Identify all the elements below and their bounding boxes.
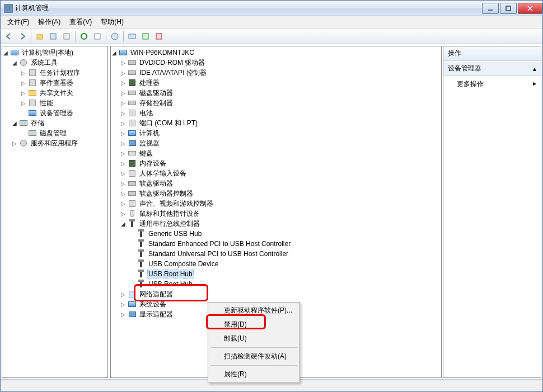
tree-expander[interactable]: ▷ xyxy=(20,100,27,106)
monitor-icon xyxy=(128,310,137,319)
ctx-properties[interactable]: 属性(R) xyxy=(209,367,298,381)
device-item[interactable]: Generic USB Hub xyxy=(111,229,441,239)
tree-expander[interactable]: ▷ xyxy=(120,180,127,187)
tb-enable[interactable] xyxy=(139,30,152,42)
device-item[interactable]: USB Composite Device xyxy=(111,259,441,269)
device-category[interactable]: ▷监视器 xyxy=(111,138,441,148)
ctx-uninstall[interactable]: 卸载(U) xyxy=(209,332,298,346)
tree-expander[interactable]: ▷ xyxy=(120,110,127,116)
tree-expander[interactable]: ◢ xyxy=(11,120,18,126)
tree-expander[interactable]: ▷ xyxy=(120,120,127,126)
tb-export[interactable] xyxy=(91,30,104,42)
tree-item-label: 磁盘管理 xyxy=(39,128,68,139)
tree-expander[interactable]: ▷ xyxy=(120,59,127,66)
device-category[interactable]: ▷IDE ATA/ATAPI 控制器 xyxy=(111,68,441,78)
tree-item-label: 系统工具 xyxy=(30,58,59,68)
tb-refresh[interactable] xyxy=(78,30,90,42)
tree-item-label: DVD/CD-ROM 驱动器 xyxy=(138,58,206,68)
tree-expander[interactable]: ▷ xyxy=(120,79,127,86)
menu-help[interactable]: 帮助(H) xyxy=(96,16,128,28)
tree-expander[interactable]: ▷ xyxy=(120,170,127,177)
maximize-button[interactable] xyxy=(500,3,517,14)
scope-tree-item[interactable]: ◢计算机管理(本地) xyxy=(2,48,107,58)
scope-tree-item[interactable]: ◢存储 xyxy=(2,118,107,128)
device-icon xyxy=(28,108,37,117)
device-category[interactable]: ▷电池 xyxy=(111,108,441,118)
device-category[interactable]: ▷端口 (COM 和 LPT) xyxy=(111,118,441,128)
tb-up[interactable] xyxy=(34,30,46,42)
tb-forward[interactable] xyxy=(16,30,29,42)
tb-back[interactable] xyxy=(3,30,15,42)
scope-tree-item[interactable]: ▷任务计划程序 xyxy=(2,68,107,78)
tree-expander[interactable]: ▷ xyxy=(120,100,127,106)
scope-tree-item[interactable]: ▷服务和应用程序 xyxy=(2,138,107,148)
scope-tree-item[interactable]: ◢系统工具 xyxy=(2,58,107,68)
menu-file[interactable]: 文件(F) xyxy=(3,16,34,28)
tree-expander[interactable]: ▷ xyxy=(120,160,127,167)
tb-help[interactable] xyxy=(109,30,121,42)
device-category[interactable]: ▷声音、视频和游戏控制器 xyxy=(111,199,441,209)
tb-scan[interactable] xyxy=(126,30,138,42)
device-category[interactable]: ◢通用串行总线控制器 xyxy=(111,219,441,229)
scope-tree[interactable]: ◢计算机管理(本地)◢系统工具▷任务计划程序▷事件查看器▷共享文件夹▷性能设备管… xyxy=(2,46,107,149)
scope-tree-item[interactable]: 设备管理器 xyxy=(2,108,107,118)
tb-uninstall[interactable] xyxy=(153,30,165,42)
tree-item-label: USB Composite Device xyxy=(147,259,219,268)
device-category[interactable]: ▷磁盘驱动器 xyxy=(111,88,441,98)
usb-icon xyxy=(137,249,146,258)
tree-expander[interactable]: ▷ xyxy=(20,79,27,86)
tb-sep xyxy=(106,31,106,41)
device-category[interactable]: ▷DVD/CD-ROM 驱动器 xyxy=(111,58,441,68)
tree-expander[interactable]: ▷ xyxy=(120,140,127,147)
net-icon xyxy=(128,290,137,299)
menu-action[interactable]: 操作(A) xyxy=(34,16,65,28)
tree-expander[interactable]: ◢ xyxy=(111,49,118,56)
scope-tree-item[interactable]: ▷性能 xyxy=(2,98,107,108)
tree-expander[interactable]: ▷ xyxy=(120,150,127,157)
tb-delete[interactable] xyxy=(60,30,73,42)
device-root[interactable]: ◢WIN-P96KDMNTJKC xyxy=(111,48,441,58)
tree-expander[interactable]: ▷ xyxy=(120,311,127,318)
tree-expander[interactable]: ◢ xyxy=(2,49,9,56)
device-category[interactable]: ▷软盘驱动器控制器 xyxy=(111,188,441,199)
minimize-button[interactable] xyxy=(482,3,499,14)
device-item[interactable]: Standard Universal PCI to USB Host Contr… xyxy=(111,249,441,259)
tree-expander[interactable]: ▷ xyxy=(120,190,127,197)
device-category[interactable]: ▷内存设备 xyxy=(111,158,441,168)
device-category[interactable]: ▷键盘 xyxy=(111,148,441,158)
scope-tree-item[interactable]: 磁盘管理 xyxy=(2,128,107,138)
device-tree[interactable]: ◢WIN-P96KDMNTJKC▷DVD/CD-ROM 驱动器▷IDE ATA/… xyxy=(111,46,441,320)
tree-expander[interactable]: ▷ xyxy=(120,301,127,308)
tree-expander[interactable]: ▷ xyxy=(120,69,127,76)
scope-tree-item[interactable]: ▷事件查看器 xyxy=(2,78,107,88)
tree-expander[interactable]: ▷ xyxy=(120,130,127,136)
tb-properties[interactable] xyxy=(47,30,59,42)
device-category[interactable]: ▷软盘驱动器 xyxy=(111,178,441,188)
tree-expander[interactable]: ▷ xyxy=(120,291,127,297)
actions-section[interactable]: 设备管理器 ▴ xyxy=(443,61,541,76)
ctx-disable[interactable]: 禁用(D) xyxy=(209,318,298,332)
device-category[interactable]: ▷网络适配器 xyxy=(111,289,441,299)
tree-expander[interactable]: ▷ xyxy=(120,89,127,96)
tree-expander[interactable]: ▷ xyxy=(120,210,127,217)
device-item[interactable]: Standard Enhanced PCI to USB Host Contro… xyxy=(111,239,441,249)
device-category[interactable]: ▷处理器 xyxy=(111,78,441,88)
device-category[interactable]: ▷鼠标和其他指针设备 xyxy=(111,209,441,219)
device-item[interactable]: USB Root Hub xyxy=(111,269,441,279)
device-category[interactable]: ▷存储控制器 xyxy=(111,98,441,108)
close-button[interactable] xyxy=(518,3,542,14)
ctx-update-driver[interactable]: 更新驱动程序软件(P)... xyxy=(209,304,298,318)
scope-tree-item[interactable]: ▷共享文件夹 xyxy=(2,88,107,98)
tree-expander[interactable]: ▷ xyxy=(120,200,127,207)
ctx-scan-hardware[interactable]: 扫描检测硬件改动(A) xyxy=(209,350,298,363)
actions-more[interactable]: 更多操作 ▸ xyxy=(443,76,541,92)
device-category[interactable]: ▷人体学输入设备 xyxy=(111,168,441,178)
device-category[interactable]: ▷计算机 xyxy=(111,128,441,138)
menu-view[interactable]: 查看(V) xyxy=(65,16,96,28)
tree-expander[interactable]: ◢ xyxy=(11,59,18,66)
tree-expander[interactable]: ▷ xyxy=(11,140,18,147)
tree-expander[interactable]: ◢ xyxy=(120,220,127,227)
device-item[interactable]: USB Root Hub xyxy=(111,279,441,289)
tree-expander[interactable]: ▷ xyxy=(20,89,27,96)
tree-expander[interactable]: ▷ xyxy=(20,69,27,76)
